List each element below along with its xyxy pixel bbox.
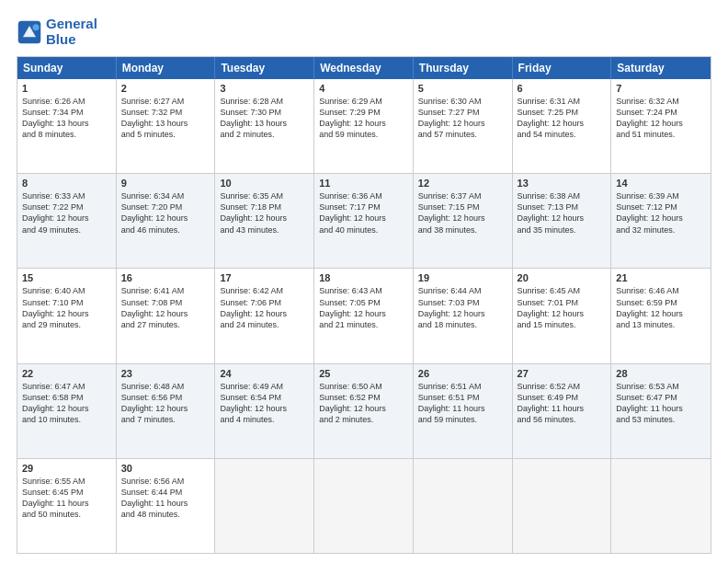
calendar-cell-25: 25Sunrise: 6:50 AM Sunset: 6:52 PM Dayli…: [314, 364, 414, 458]
cell-content: Sunrise: 6:51 AM Sunset: 6:51 PM Dayligh…: [418, 381, 507, 426]
day-number: 23: [121, 368, 210, 379]
calendar-row-3: 15Sunrise: 6:40 AM Sunset: 7:10 PM Dayli…: [17, 268, 711, 362]
day-header-monday: Monday: [117, 57, 216, 79]
cell-content: Sunrise: 6:45 AM Sunset: 7:01 PM Dayligh…: [518, 285, 607, 330]
day-number: 3: [220, 83, 309, 94]
calendar-cell-5: 5Sunrise: 6:30 AM Sunset: 7:27 PM Daylig…: [414, 79, 513, 173]
calendar-cell-14: 14Sunrise: 6:39 AM Sunset: 7:12 PM Dayli…: [611, 174, 711, 268]
cell-content: Sunrise: 6:28 AM Sunset: 7:30 PM Dayligh…: [220, 96, 309, 141]
day-number: 6: [518, 83, 607, 94]
cell-content: Sunrise: 6:53 AM Sunset: 6:47 PM Dayligh…: [616, 381, 706, 426]
cell-content: Sunrise: 6:46 AM Sunset: 6:59 PM Dayligh…: [616, 285, 706, 330]
cell-content: Sunrise: 6:26 AM Sunset: 7:34 PM Dayligh…: [22, 96, 111, 141]
calendar-cell-28: 28Sunrise: 6:53 AM Sunset: 6:47 PM Dayli…: [611, 364, 711, 458]
calendar-cell-6: 6Sunrise: 6:31 AM Sunset: 7:25 PM Daylig…: [513, 79, 612, 173]
calendar-cell-15: 15Sunrise: 6:40 AM Sunset: 7:10 PM Dayli…: [17, 269, 117, 362]
cell-content: Sunrise: 6:43 AM Sunset: 7:05 PM Dayligh…: [319, 285, 408, 330]
cell-content: Sunrise: 6:39 AM Sunset: 7:12 PM Dayligh…: [616, 190, 706, 236]
cell-content: Sunrise: 6:50 AM Sunset: 6:52 PM Dayligh…: [319, 381, 408, 426]
cell-content: Sunrise: 6:38 AM Sunset: 7:13 PM Dayligh…: [518, 190, 607, 236]
cell-content: Sunrise: 6:31 AM Sunset: 7:25 PM Dayligh…: [518, 96, 607, 141]
day-number: 10: [220, 178, 309, 189]
cell-content: Sunrise: 6:34 AM Sunset: 7:20 PM Dayligh…: [121, 190, 210, 236]
cell-content: Sunrise: 6:27 AM Sunset: 7:32 PM Dayligh…: [121, 96, 210, 141]
logo: General Blue: [17, 17, 97, 47]
day-header-wednesday: Wednesday: [314, 57, 414, 79]
calendar-cell-29: 29Sunrise: 6:55 AM Sunset: 6:45 PM Dayli…: [17, 459, 117, 553]
calendar-row-4: 22Sunrise: 6:47 AM Sunset: 6:58 PM Dayli…: [17, 363, 711, 458]
day-header-friday: Friday: [513, 57, 612, 79]
cell-content: Sunrise: 6:56 AM Sunset: 6:44 PM Dayligh…: [121, 476, 210, 521]
calendar-cell-empty: [314, 459, 414, 553]
day-number: 14: [616, 178, 706, 189]
calendar-body: 1Sunrise: 6:26 AM Sunset: 7:34 PM Daylig…: [17, 79, 711, 553]
day-number: 16: [121, 272, 210, 283]
calendar-cell-18: 18Sunrise: 6:43 AM Sunset: 7:05 PM Dayli…: [314, 269, 414, 362]
calendar-cell-26: 26Sunrise: 6:51 AM Sunset: 6:51 PM Dayli…: [414, 364, 513, 458]
cell-content: Sunrise: 6:40 AM Sunset: 7:10 PM Dayligh…: [22, 285, 111, 330]
calendar-cell-2: 2Sunrise: 6:27 AM Sunset: 7:32 PM Daylig…: [117, 79, 216, 173]
calendar-cell-16: 16Sunrise: 6:41 AM Sunset: 7:08 PM Dayli…: [117, 269, 216, 362]
day-number: 30: [121, 463, 210, 474]
day-header-sunday: Sunday: [17, 57, 117, 79]
page-header: General Blue: [17, 17, 711, 47]
calendar-cell-22: 22Sunrise: 6:47 AM Sunset: 6:58 PM Dayli…: [17, 364, 117, 458]
calendar: SundayMondayTuesdayWednesdayThursdayFrid…: [17, 56, 711, 554]
calendar-cell-1: 1Sunrise: 6:26 AM Sunset: 7:34 PM Daylig…: [17, 79, 117, 173]
calendar-cell-13: 13Sunrise: 6:38 AM Sunset: 7:13 PM Dayli…: [513, 174, 612, 268]
day-number: 19: [418, 272, 507, 283]
calendar-cell-17: 17Sunrise: 6:42 AM Sunset: 7:06 PM Dayli…: [215, 269, 314, 362]
cell-content: Sunrise: 6:49 AM Sunset: 6:54 PM Dayligh…: [220, 381, 309, 426]
day-number: 4: [319, 83, 408, 94]
cell-content: Sunrise: 6:29 AM Sunset: 7:29 PM Dayligh…: [319, 96, 408, 141]
cell-content: Sunrise: 6:35 AM Sunset: 7:18 PM Dayligh…: [220, 190, 309, 236]
calendar-cell-19: 19Sunrise: 6:44 AM Sunset: 7:03 PM Dayli…: [414, 269, 513, 362]
day-number: 5: [418, 83, 507, 94]
day-number: 26: [418, 368, 507, 379]
calendar-cell-3: 3Sunrise: 6:28 AM Sunset: 7:30 PM Daylig…: [215, 79, 314, 173]
calendar-cell-9: 9Sunrise: 6:34 AM Sunset: 7:20 PM Daylig…: [117, 174, 216, 268]
calendar-cell-8: 8Sunrise: 6:33 AM Sunset: 7:22 PM Daylig…: [17, 174, 117, 268]
day-number: 20: [518, 272, 607, 283]
day-number: 29: [22, 463, 111, 474]
day-number: 13: [518, 178, 607, 189]
logo-icon: [17, 19, 42, 45]
calendar-cell-10: 10Sunrise: 6:35 AM Sunset: 7:18 PM Dayli…: [215, 174, 314, 268]
calendar-row-2: 8Sunrise: 6:33 AM Sunset: 7:22 PM Daylig…: [17, 173, 711, 268]
day-number: 7: [616, 83, 706, 94]
logo-text: General Blue: [46, 17, 97, 47]
day-number: 2: [121, 83, 210, 94]
cell-content: Sunrise: 6:52 AM Sunset: 6:49 PM Dayligh…: [518, 381, 607, 426]
calendar-cell-20: 20Sunrise: 6:45 AM Sunset: 7:01 PM Dayli…: [513, 269, 612, 362]
cell-content: Sunrise: 6:41 AM Sunset: 7:08 PM Dayligh…: [121, 285, 210, 330]
calendar-cell-23: 23Sunrise: 6:48 AM Sunset: 6:56 PM Dayli…: [117, 364, 216, 458]
day-number: 21: [616, 272, 706, 283]
cell-content: Sunrise: 6:36 AM Sunset: 7:17 PM Dayligh…: [319, 190, 408, 236]
calendar-cell-empty: [611, 459, 711, 553]
day-header-saturday: Saturday: [611, 57, 711, 79]
calendar-cell-7: 7Sunrise: 6:32 AM Sunset: 7:24 PM Daylig…: [611, 79, 711, 173]
cell-content: Sunrise: 6:37 AM Sunset: 7:15 PM Dayligh…: [418, 190, 507, 236]
day-number: 18: [319, 272, 408, 283]
day-number: 1: [22, 83, 111, 94]
cell-content: Sunrise: 6:47 AM Sunset: 6:58 PM Dayligh…: [22, 381, 111, 426]
cell-content: Sunrise: 6:55 AM Sunset: 6:45 PM Dayligh…: [22, 476, 111, 521]
calendar-cell-12: 12Sunrise: 6:37 AM Sunset: 7:15 PM Dayli…: [414, 174, 513, 268]
day-header-thursday: Thursday: [414, 57, 513, 79]
calendar-cell-24: 24Sunrise: 6:49 AM Sunset: 6:54 PM Dayli…: [215, 364, 314, 458]
day-number: 24: [220, 368, 309, 379]
day-number: 11: [319, 178, 408, 189]
calendar-row-5: 29Sunrise: 6:55 AM Sunset: 6:45 PM Dayli…: [17, 458, 711, 553]
calendar-row-1: 1Sunrise: 6:26 AM Sunset: 7:34 PM Daylig…: [17, 79, 711, 173]
cell-content: Sunrise: 6:30 AM Sunset: 7:27 PM Dayligh…: [418, 96, 507, 141]
day-number: 22: [22, 368, 111, 379]
cell-content: Sunrise: 6:48 AM Sunset: 6:56 PM Dayligh…: [121, 381, 210, 426]
svg-point-2: [33, 24, 40, 30]
calendar-cell-30: 30Sunrise: 6:56 AM Sunset: 6:44 PM Dayli…: [117, 459, 216, 553]
day-number: 28: [616, 368, 706, 379]
day-number: 15: [22, 272, 111, 283]
calendar-cell-4: 4Sunrise: 6:29 AM Sunset: 7:29 PM Daylig…: [314, 79, 414, 173]
cell-content: Sunrise: 6:33 AM Sunset: 7:22 PM Dayligh…: [22, 190, 111, 236]
day-number: 8: [22, 178, 111, 189]
calendar-cell-21: 21Sunrise: 6:46 AM Sunset: 6:59 PM Dayli…: [611, 269, 711, 362]
